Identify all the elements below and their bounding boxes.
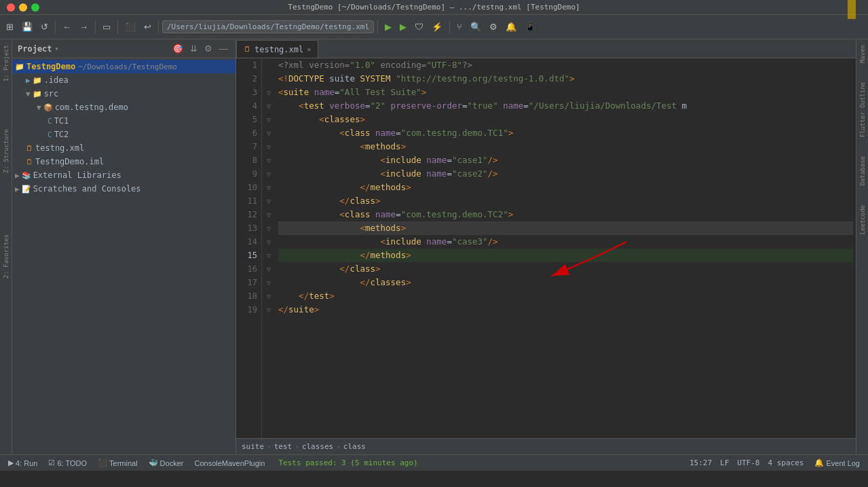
tc2-class-item[interactable]: C TC2 [12,128,235,141]
path-input[interactable]: /Users/liujia/Downloads/TestngDemo/testn… [162,20,374,33]
favorites-sidebar-icon[interactable]: 2: Favorites [2,232,10,281]
code-editor[interactable]: 1 2 3 4 5 6 7 8 9 10 11 12 13 14 15 16 1 [236,58,856,438]
src-folder-item[interactable]: ▼ 📁 src [12,87,235,101]
flutter-outline-toggle[interactable]: Flutter Outline [858,79,867,140]
code-line-7: <methods> [278,140,853,154]
breadcrumb-suite[interactable]: suite [242,442,264,451]
toolbar-stop-btn[interactable]: ⬛ [121,20,139,34]
gutter: ▽ ▽ ▽ ▽ ▽ ▽ ▽ ▽ ▽ ▽ ▽ ▽ ▽ ▽ ▽ ▽ ▽ [262,58,276,438]
todo-panel-btn[interactable]: ☑ 6: TODO [45,458,90,467]
tc1-class-item[interactable]: C TC1 [12,114,235,128]
breadcrumb-class[interactable]: class [343,442,366,451]
collapse-all-btn[interactable]: ⇊ [188,43,200,54]
indent-label[interactable]: 4 spaces [768,458,804,467]
code-line-5: <classes> [278,113,853,126]
toolbar-forward-btn[interactable]: → [76,20,92,34]
panel-hide-btn[interactable]: — [217,43,230,54]
project-root-item[interactable]: 📁 TestngDemo ~/Downloads/TestngDemo [12,60,235,73]
coverage-btn[interactable]: 🛡 [411,20,427,34]
maximize-button[interactable] [31,3,39,12]
profile-btn[interactable]: ⚡ [428,20,446,34]
tab-label: testng.xml [254,45,303,54]
console-label: ConsoleMavenPlugin [194,459,265,467]
iml-item[interactable]: 🗒 TestngDemo.iml [12,155,235,168]
toolbar-back-btn[interactable]: ← [59,20,75,34]
gutter-8: ▽ [262,154,276,167]
src-folder-label: src [44,89,59,98]
gutter-14: ▽ [262,235,276,249]
idea-folder-item[interactable]: ▶ 📁 .idea [12,73,235,87]
run-label: 4: Run [16,459,37,467]
src-expand-icon: ▼ [26,90,31,98]
status-left: ▶ 4: Run ☑ 6: TODO ⬛ Terminal 🐳 Docker C… [5,458,684,467]
code-line-6: <class name="com.testng.demo.TC1"> [278,126,853,140]
device-btn[interactable]: 📱 [521,20,539,34]
gutter-6: ▽ [262,126,276,140]
project-sidebar-icon[interactable]: 1: Project [2,42,10,84]
line-num-3: 3 [240,86,257,99]
terminal-label: Terminal [109,459,138,467]
breadcrumb-test[interactable]: test [274,442,293,451]
terminal-btn[interactable]: ⬛ Terminal [95,458,140,467]
maven-panel-toggle[interactable]: Maven [858,42,867,66]
debug-run-btn[interactable]: ▶ [396,20,410,34]
code-content[interactable]: <?xml version="1.0" encoding="UTF-8"?> <… [276,58,856,438]
toolbar-sync-btn[interactable]: ↺ [37,20,52,34]
minimize-button[interactable] [19,3,27,12]
external-libraries-item[interactable]: ▶ 📚 External Libraries [12,168,235,182]
line-num-1: 1 [240,58,257,72]
toolbar-revert-btn[interactable]: ↩ [140,20,155,34]
gutter-15: ▽ [262,249,276,262]
folder-yellow-icon: 📁 [33,76,42,85]
separator-5 [377,20,378,34]
separator-6 [449,20,450,34]
console-maven-btn[interactable]: ConsoleMavenPlugin [191,459,267,467]
gutter-9: ▽ [262,167,276,181]
locate-file-btn[interactable]: 🎯 [170,43,185,54]
package-label: com.testng.demo [55,103,128,112]
line-num-12: 12 [240,208,257,221]
window-title: TestngDemo [~/Downloads/TestngDemo] – ..… [288,3,580,12]
line-num-5: 5 [240,113,257,126]
tab-close-btn[interactable]: ✕ [307,46,311,53]
testng-xml-item[interactable]: 🗒 testng.xml [12,141,235,155]
docker-label: Docker [160,459,184,467]
notifications-btn[interactable]: 🔔 [502,20,520,34]
panel-settings-btn[interactable]: ⚙ [202,43,214,54]
docker-btn[interactable]: 🐳 Docker [146,458,187,467]
structure-sidebar-icon[interactable]: Z: Structure [2,126,10,176]
scratches-item[interactable]: ▶ 📝 Scratches and Consoles [12,182,235,196]
database-panel-toggle[interactable]: Database [858,154,867,188]
testng-xml-tab[interactable]: 🗒 testng.xml ✕ [236,40,318,58]
vcs-btn[interactable]: ⑂ [453,20,466,34]
xml-tab-icon: 🗒 [244,45,251,54]
run-panel-btn[interactable]: ▶ 4: Run [5,458,40,467]
line-num-19: 19 [240,303,257,317]
tc2-label: TC2 [54,130,69,139]
line-num-4: 4 [240,99,257,113]
code-line-19: </suite> [278,303,853,317]
breadcrumb-classes[interactable]: classes [302,442,333,451]
line-separator[interactable]: LF [720,458,729,467]
line-num-10: 10 [240,181,257,194]
gutter-5: ▽ [262,113,276,126]
status-bar: ▶ 4: Run ☑ 6: TODO ⬛ Terminal 🐳 Docker C… [0,454,868,471]
encoding-label[interactable]: UTF-8 [737,458,759,467]
leetcode-panel-toggle[interactable]: Leetcode [858,202,867,237]
gutter-7: ▽ [262,140,276,154]
code-line-4: <test verbose="2" preserve-order="true" … [278,99,853,113]
settings-btn[interactable]: ⚙ [486,20,501,34]
cursor-position[interactable]: 15:27 [690,458,712,467]
close-button[interactable] [7,3,15,12]
project-dropdown-icon[interactable]: ▾ [55,45,59,52]
package-item[interactable]: ▼ 📦 com.testng.demo [12,101,235,114]
run-config-btn[interactable]: ▶ [381,20,395,34]
editor-area: 🗒 testng.xml ✕ 1 2 3 4 5 6 7 8 [236,39,856,454]
project-tree: 📁 TestngDemo ~/Downloads/TestngDemo ▶ 📁 … [12,58,235,454]
toolbar-edit-btn[interactable]: ▭ [99,20,114,34]
search-everywhere-btn[interactable]: 🔍 [467,20,485,34]
event-log-btn[interactable]: 🔔 Event Log [812,458,863,467]
window-controls[interactable] [7,3,39,12]
toolbar-layout-btn[interactable]: ⊞ [3,20,17,34]
toolbar-save-btn[interactable]: 💾 [18,20,36,34]
